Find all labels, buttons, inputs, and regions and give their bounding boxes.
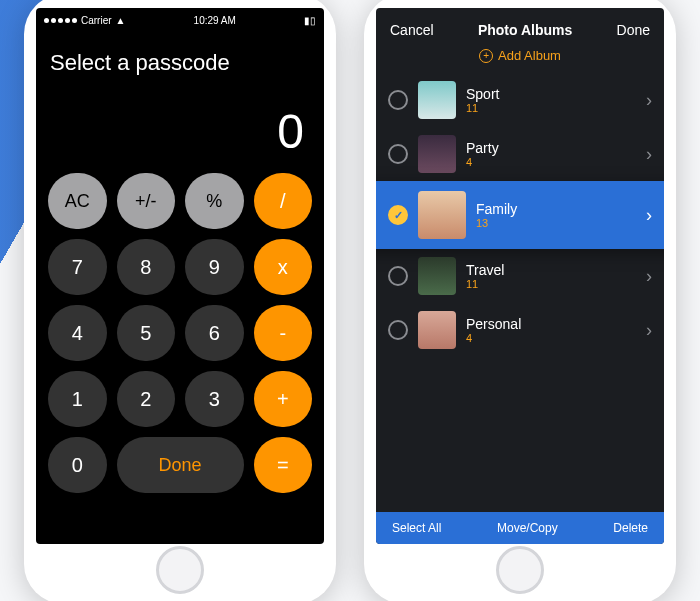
chevron-right-icon: › bbox=[646, 266, 652, 287]
album-thumbnail bbox=[418, 81, 456, 119]
battery-icon: ▮▯ bbox=[304, 15, 316, 26]
signal-icon bbox=[44, 18, 77, 23]
select-all-button[interactable]: Select All bbox=[392, 521, 441, 535]
phone-mock-right: Cancel Photo Albums Done + Add Album Spo… bbox=[364, 0, 676, 601]
chevron-right-icon: › bbox=[646, 144, 652, 165]
done-button[interactable]: Done bbox=[117, 437, 244, 493]
album-row-party[interactable]: Party 4 › bbox=[376, 127, 664, 181]
album-thumbnail bbox=[418, 257, 456, 295]
phone-mock-left: Carrier ▲ 10:29 AM ▮▯ Select a passcode … bbox=[24, 0, 336, 601]
radio-checked-icon[interactable]: ✓ bbox=[388, 205, 408, 225]
album-row-personal[interactable]: Personal 4 › bbox=[376, 303, 664, 357]
radio-unchecked-icon[interactable] bbox=[388, 320, 408, 340]
done-button[interactable]: Done bbox=[617, 22, 650, 38]
album-row-sport[interactable]: Sport 11 › bbox=[376, 73, 664, 127]
move-copy-button[interactable]: Move/Copy bbox=[497, 521, 558, 535]
key-percent[interactable]: % bbox=[185, 173, 244, 229]
key-divide[interactable]: / bbox=[254, 173, 313, 229]
album-row-family[interactable]: ✓ Family 13 › bbox=[376, 181, 664, 249]
key-plusminus[interactable]: +/- bbox=[117, 173, 176, 229]
radio-unchecked-icon[interactable] bbox=[388, 266, 408, 286]
album-row-travel[interactable]: Travel 11 › bbox=[376, 249, 664, 303]
album-count: 11 bbox=[466, 102, 636, 114]
passcode-title: Select a passcode bbox=[36, 32, 324, 80]
album-name: Party bbox=[466, 140, 636, 156]
key-3[interactable]: 3 bbox=[185, 371, 244, 427]
status-bar: Carrier ▲ 10:29 AM ▮▯ bbox=[36, 8, 324, 32]
bottom-toolbar: Select All Move/Copy Delete bbox=[376, 512, 664, 544]
passcode-display: 0 bbox=[36, 80, 324, 165]
key-8[interactable]: 8 bbox=[117, 239, 176, 295]
album-count: 4 bbox=[466, 332, 636, 344]
plus-icon: + bbox=[479, 49, 493, 63]
add-album-button[interactable]: + Add Album bbox=[376, 46, 664, 73]
album-count: 11 bbox=[466, 278, 636, 290]
key-add[interactable]: + bbox=[254, 371, 313, 427]
radio-unchecked-icon[interactable] bbox=[388, 144, 408, 164]
key-4[interactable]: 4 bbox=[48, 305, 107, 361]
key-equals[interactable]: = bbox=[254, 437, 313, 493]
album-name: Personal bbox=[466, 316, 636, 332]
key-subtract[interactable]: - bbox=[254, 305, 313, 361]
chevron-right-icon: › bbox=[646, 320, 652, 341]
keypad: AC +/- % / 7 8 9 x 4 5 6 - 1 2 3 + 0 Don… bbox=[36, 165, 324, 505]
calculator-screen: Carrier ▲ 10:29 AM ▮▯ Select a passcode … bbox=[36, 8, 324, 544]
nav-bar: Cancel Photo Albums Done bbox=[376, 8, 664, 46]
delete-button[interactable]: Delete bbox=[613, 521, 648, 535]
album-thumbnail bbox=[418, 311, 456, 349]
key-1[interactable]: 1 bbox=[48, 371, 107, 427]
wifi-icon: ▲ bbox=[116, 15, 126, 26]
album-thumbnail bbox=[418, 191, 466, 239]
key-9[interactable]: 9 bbox=[185, 239, 244, 295]
key-multiply[interactable]: x bbox=[254, 239, 313, 295]
album-thumbnail bbox=[418, 135, 456, 173]
key-7[interactable]: 7 bbox=[48, 239, 107, 295]
key-0[interactable]: 0 bbox=[48, 437, 107, 493]
radio-unchecked-icon[interactable] bbox=[388, 90, 408, 110]
chevron-right-icon: › bbox=[646, 205, 652, 226]
albums-screen: Cancel Photo Albums Done + Add Album Spo… bbox=[376, 8, 664, 544]
home-button[interactable] bbox=[156, 546, 204, 594]
home-button[interactable] bbox=[496, 546, 544, 594]
album-name: Family bbox=[476, 201, 636, 217]
album-name: Sport bbox=[466, 86, 636, 102]
key-6[interactable]: 6 bbox=[185, 305, 244, 361]
album-count: 13 bbox=[476, 217, 636, 229]
clock-label: 10:29 AM bbox=[194, 15, 236, 26]
add-album-label: Add Album bbox=[498, 48, 561, 63]
album-count: 4 bbox=[466, 156, 636, 168]
nav-title: Photo Albums bbox=[478, 22, 572, 38]
key-ac[interactable]: AC bbox=[48, 173, 107, 229]
cancel-button[interactable]: Cancel bbox=[390, 22, 434, 38]
carrier-label: Carrier bbox=[81, 15, 112, 26]
key-5[interactable]: 5 bbox=[117, 305, 176, 361]
album-name: Travel bbox=[466, 262, 636, 278]
key-2[interactable]: 2 bbox=[117, 371, 176, 427]
chevron-right-icon: › bbox=[646, 90, 652, 111]
